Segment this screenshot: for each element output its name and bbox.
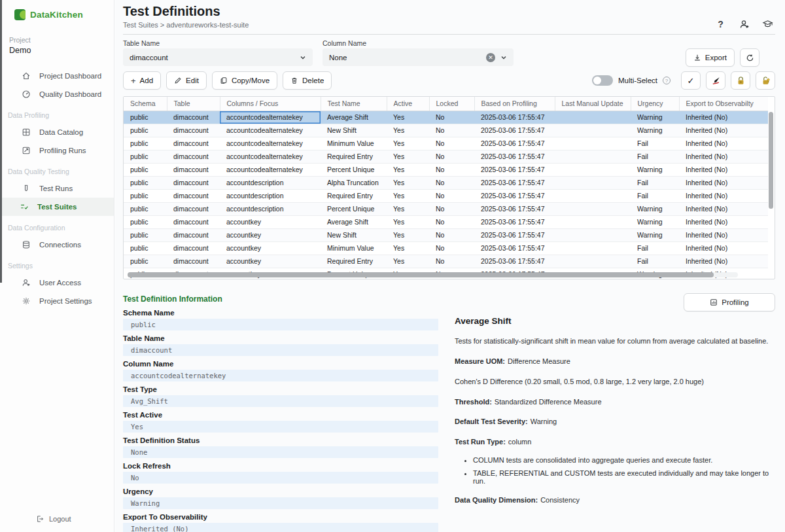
cell-urgency[interactable]: Warning: [631, 163, 679, 176]
lock-button[interactable]: [731, 71, 750, 90]
cell-export[interactable]: Inherited (No): [679, 176, 768, 189]
cell-based-on-profiling[interactable]: 2025-03-06 17:55:47: [474, 150, 555, 163]
add-button[interactable]: + Add: [123, 71, 161, 90]
cell-active[interactable]: Yes: [387, 202, 429, 215]
cell-schema[interactable]: public: [124, 124, 167, 137]
cell-table[interactable]: dimaccount: [167, 202, 220, 215]
cell-active[interactable]: Yes: [387, 176, 429, 189]
horizontal-scrollbar-thumb[interactable]: [128, 272, 714, 277]
cell-table[interactable]: dimaccount: [167, 163, 220, 176]
cell-urgency[interactable]: Warning: [631, 215, 679, 228]
cell-column-focus[interactable]: accountcodealternatekey: [220, 150, 321, 163]
table-row[interactable]: public dimaccount accountdescription Alp…: [124, 176, 768, 189]
cell-urgency[interactable]: Warning: [631, 111, 679, 124]
sidebar-item-user-access[interactable]: User Access: [0, 274, 114, 292]
cell-locked[interactable]: No: [429, 189, 474, 202]
cell-export[interactable]: Inherited (No): [679, 124, 768, 137]
copy-move-button[interactable]: Copy/Move: [212, 71, 277, 90]
table-row[interactable]: public dimaccount accountcodealternateke…: [124, 163, 768, 176]
cell-table[interactable]: dimaccount: [167, 215, 220, 228]
cell-last-manual-update[interactable]: [555, 215, 631, 228]
cell-export[interactable]: Inherited (No): [679, 111, 768, 124]
cell-urgency[interactable]: Warning: [631, 202, 679, 215]
cell-schema[interactable]: public: [124, 215, 167, 228]
col-header-active[interactable]: Active: [387, 97, 429, 111]
cell-column-focus[interactable]: accountkey: [220, 241, 321, 255]
cell-export[interactable]: Inherited (No): [679, 189, 768, 202]
cell-column-focus[interactable]: accountcodealternatekey: [220, 111, 321, 124]
cell-test-name[interactable]: Required Entry: [321, 150, 387, 163]
cell-active[interactable]: Yes: [387, 215, 429, 228]
cell-active[interactable]: Yes: [387, 255, 429, 268]
cell-schema[interactable]: public: [124, 163, 167, 176]
sidebar-item-project-settings[interactable]: Project Settings: [0, 292, 114, 310]
cell-locked[interactable]: No: [429, 137, 474, 150]
col-header-urgency[interactable]: Urgency: [631, 97, 679, 111]
cell-table[interactable]: dimaccount: [167, 137, 220, 150]
cell-table[interactable]: dimaccount: [167, 241, 220, 255]
cell-last-manual-update[interactable]: [555, 189, 631, 202]
cell-last-manual-update[interactable]: [555, 241, 631, 255]
cell-based-on-profiling[interactable]: 2025-03-06 17:55:47: [474, 176, 555, 189]
cell-table[interactable]: dimaccount: [167, 176, 220, 189]
cell-last-manual-update[interactable]: [555, 255, 631, 268]
cell-export[interactable]: Inherited (No): [679, 228, 768, 241]
cell-column-focus[interactable]: accountkey: [220, 255, 321, 268]
cell-table[interactable]: dimaccount: [167, 189, 220, 202]
cell-locked[interactable]: No: [429, 255, 474, 268]
cell-locked[interactable]: No: [429, 202, 474, 215]
cell-last-manual-update[interactable]: [555, 111, 631, 124]
col-header-table[interactable]: Table: [167, 97, 220, 111]
table-row[interactable]: public dimaccount accountdescription Per…: [124, 202, 768, 215]
cell-based-on-profiling[interactable]: 2025-03-06 17:55:47: [474, 137, 555, 150]
cell-locked[interactable]: No: [429, 215, 474, 228]
cell-urgency[interactable]: Warning: [631, 124, 679, 137]
col-header-columns-focus[interactable]: Columns / Focus: [220, 97, 321, 111]
info-icon[interactable]: ?: [663, 77, 671, 84]
cell-last-manual-update[interactable]: [555, 176, 631, 189]
table-name-select[interactable]: dimaccount: [123, 48, 313, 66]
user-admin-icon[interactable]: [739, 18, 750, 29]
cell-active[interactable]: Yes: [387, 228, 429, 241]
sign-pen-button[interactable]: [706, 71, 725, 90]
cell-schema[interactable]: public: [124, 176, 167, 189]
cell-based-on-profiling[interactable]: 2025-03-06 17:55:47: [474, 215, 555, 228]
graduation-cap-icon[interactable]: [762, 18, 773, 29]
export-button[interactable]: Export: [686, 48, 735, 67]
cell-column-focus[interactable]: accountkey: [220, 228, 321, 241]
cell-export[interactable]: Inherited (No): [679, 202, 768, 215]
cell-schema[interactable]: public: [124, 150, 167, 163]
sidebar-item-quality-dashboard[interactable]: Quality Dashboard: [0, 85, 114, 103]
col-header-last-manual-update[interactable]: Last Manual Update: [555, 97, 631, 111]
refresh-button[interactable]: [740, 48, 759, 67]
table-row[interactable]: public dimaccount accountdescription Req…: [124, 189, 768, 202]
cell-locked[interactable]: No: [429, 163, 474, 176]
unlock-button[interactable]: [756, 71, 775, 90]
cell-based-on-profiling[interactable]: 2025-03-06 17:55:47: [474, 124, 555, 137]
cell-schema[interactable]: public: [124, 137, 167, 150]
cell-column-focus[interactable]: accountdescription: [220, 202, 321, 215]
cell-active[interactable]: Yes: [387, 137, 429, 150]
cell-active[interactable]: Yes: [387, 241, 429, 255]
cell-active[interactable]: Yes: [387, 150, 429, 163]
col-header-locked[interactable]: Locked: [429, 97, 474, 111]
table-row[interactable]: public dimaccount accountkey Average Shi…: [124, 215, 768, 228]
sidebar-item-test-suites[interactable]: Test Suites: [0, 198, 114, 216]
table-row[interactable]: public dimaccount accountcodealternateke…: [124, 124, 768, 137]
cell-column-focus[interactable]: accountcodealternatekey: [220, 137, 321, 150]
cell-test-name[interactable]: Alpha Truncation: [321, 176, 387, 189]
cell-last-manual-update[interactable]: [555, 137, 631, 150]
cell-test-name[interactable]: Required Entry: [321, 255, 387, 268]
cell-test-name[interactable]: Percent Unique: [321, 202, 387, 215]
cell-based-on-profiling[interactable]: 2025-03-06 17:55:47: [474, 228, 555, 241]
cell-schema[interactable]: public: [124, 228, 167, 241]
cell-export[interactable]: Inherited (No): [679, 163, 768, 176]
validate-button[interactable]: ✓: [681, 71, 701, 90]
cell-column-focus[interactable]: accountdescription: [220, 189, 321, 202]
cell-active[interactable]: Yes: [387, 189, 429, 202]
cell-urgency[interactable]: Fail: [631, 189, 679, 202]
cell-test-name[interactable]: Average Shift: [321, 215, 387, 228]
cell-active[interactable]: Yes: [387, 124, 429, 137]
cell-column-focus[interactable]: accountdescription: [220, 176, 321, 189]
col-header-schema[interactable]: Schema: [124, 97, 167, 111]
